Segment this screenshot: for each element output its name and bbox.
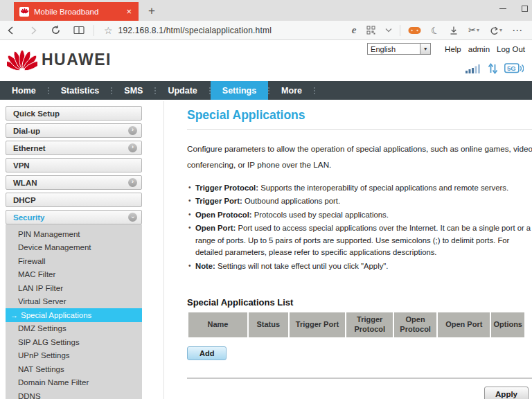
submenu-virtual-server[interactable]: Virtual Server	[6, 295, 142, 309]
nav-settings[interactable]: Settings	[211, 81, 268, 100]
submenu-ddns[interactable]: DDNS	[6, 389, 142, 399]
submenu-special-applications[interactable]: → Special Applications	[6, 308, 142, 322]
sidebar-item-vpn[interactable]: VPN	[6, 158, 142, 172]
bullet-open-port: Open Port: Port used to access special a…	[187, 222, 532, 259]
share-undo-icon[interactable]: ▾	[484, 26, 507, 35]
language-dropdown-icon[interactable]: ▼	[420, 44, 430, 54]
tab-close-icon[interactable]: ×	[125, 6, 133, 17]
bullet-trigger-port: Trigger Port: Outbound applications port…	[187, 195, 532, 208]
brand-logo: HUAWEI	[7, 46, 112, 73]
submenu-sip-alg-settings[interactable]: SIP ALG Settings	[6, 335, 142, 349]
chevron-right-icon: ›	[128, 143, 137, 152]
help-link[interactable]: Help	[445, 45, 461, 53]
browser-tab-strip: Mobile Broadband × +	[0, 0, 532, 21]
submenu-device-management[interactable]: Device Management	[6, 241, 142, 255]
chevron-right-icon: ›	[128, 126, 137, 135]
settings-sidebar: Quick Setup Dial-up › Ethernet › VPN WLA…	[6, 106, 142, 399]
bullet-trigger-protocol: Trigger Protocol: Supports the interoper…	[187, 182, 532, 195]
language-select[interactable]: English ▼	[367, 43, 431, 55]
col-open-port: Open Port	[438, 312, 490, 337]
sidebar-item-dial-up[interactable]: Dial-up ›	[6, 123, 142, 138]
huawei-favicon-icon	[19, 7, 29, 17]
submenu-domain-name-filter[interactable]: Domain Name Filter	[6, 376, 142, 390]
updown-traffic-icon	[488, 63, 498, 77]
apply-divider	[187, 378, 532, 379]
main-nav: Home Statistics SMS Update Settings More	[0, 81, 532, 100]
browser-tab[interactable]: Mobile Broadband ×	[14, 2, 139, 21]
submenu-dmz-settings[interactable]: DMZ Settings	[6, 322, 142, 336]
col-options: Options	[491, 312, 524, 337]
bullet-note: Note: Settings will not take effect unti…	[187, 260, 532, 273]
sidebar-item-ethernet[interactable]: Ethernet ›	[6, 141, 142, 155]
more-options-icon[interactable]: ⋯	[507, 24, 528, 37]
nav-update[interactable]: Update	[156, 81, 209, 100]
chevron-down-icon: ›	[128, 213, 137, 222]
signal-strength-icon	[466, 64, 481, 76]
submenu-lan-ip-filter[interactable]: LAN IP Filter	[6, 281, 142, 295]
bullet-list: Trigger Protocol: Supports the interoper…	[187, 182, 532, 273]
back-icon[interactable]	[0, 26, 22, 35]
refresh-icon[interactable]	[44, 25, 67, 35]
open-with-ie-icon[interactable]: e	[347, 24, 362, 36]
chevron-down-icon[interactable]	[380, 28, 397, 33]
col-open-protocol: Open Protocol	[394, 312, 436, 337]
url-text[interactable]: 192.168.8.1/html/specialapplication.html	[118, 26, 272, 35]
content-panel: Special Applications Configure parameter…	[163, 101, 532, 399]
qr-code-icon[interactable]	[362, 26, 380, 35]
huawei-logo-icon	[7, 46, 37, 73]
table-header-row: Name Status Trigger Port Trigger Protoco…	[188, 312, 524, 337]
logout-link[interactable]: Log Out	[497, 45, 525, 53]
list-title: Special Applications List	[187, 297, 532, 308]
page-title: Special Applications	[187, 108, 532, 130]
nav-statistics[interactable]: Statistics	[49, 81, 112, 100]
download-icon[interactable]	[444, 26, 463, 35]
new-tab-button[interactable]: +	[139, 4, 165, 21]
language-value: English	[371, 45, 396, 53]
sidebar-item-dhcp[interactable]: DHCP	[6, 193, 142, 207]
apply-button[interactable]: Apply	[484, 387, 529, 399]
games-extension-icon[interactable]	[403, 26, 426, 35]
col-name: Name	[188, 312, 247, 337]
bullet-open-protocol: Open Protocol: Protocols used by special…	[187, 209, 532, 222]
col-trigger-port: Trigger Port	[290, 312, 346, 337]
window-minimize-icon[interactable]	[499, 8, 506, 9]
tab-title: Mobile Broadband	[34, 8, 125, 16]
submenu-pin-management[interactable]: PIN Management	[6, 227, 142, 241]
security-submenu: PIN Management Device Management Firewal…	[6, 224, 142, 399]
dark-mode-moon-icon[interactable]: ☾	[426, 25, 445, 36]
nav-sms[interactable]: SMS	[112, 81, 154, 100]
window-maximize-icon[interactable]	[522, 6, 528, 12]
sidebar-item-wlan[interactable]: WLAN ›	[6, 175, 142, 190]
col-status: Status	[249, 312, 288, 337]
brand-name: HUAWEI	[42, 51, 112, 69]
special-applications-table: Name Status Trigger Port Trigger Protoco…	[187, 311, 526, 339]
add-button[interactable]: Add	[187, 346, 227, 360]
selected-arrow-icon: →	[10, 311, 18, 319]
address-bar[interactable]: ☆ 192.168.8.1/html/specialapplication.ht…	[97, 21, 347, 39]
toolbar-separator	[94, 25, 94, 36]
admin-link[interactable]: admin	[468, 45, 490, 53]
sidebar-item-security[interactable]: Security ›	[6, 210, 142, 224]
sidebar-item-quick-setup[interactable]: Quick Setup	[6, 106, 142, 121]
chevron-right-icon: ›	[128, 178, 137, 187]
submenu-nat-settings[interactable]: NAT Settings	[6, 362, 142, 376]
nav-home[interactable]: Home	[0, 81, 48, 100]
svg-text:5G: 5G	[507, 64, 516, 72]
web-clip-scissors-icon[interactable]: ✂▾	[463, 25, 484, 35]
submenu-upnp-settings[interactable]: UPnP Settings	[6, 349, 142, 363]
toolbar-separator	[400, 25, 400, 36]
nav-more[interactable]: More	[269, 81, 314, 100]
browser-toolbar: ☆ 192.168.8.1/html/specialapplication.ht…	[0, 21, 532, 40]
page-header: HUAWEI English ▼ Help admin Log Out	[0, 40, 532, 81]
forward-icon[interactable]	[22, 26, 44, 35]
col-trigger-protocol: Trigger Protocol	[346, 312, 393, 337]
intro-text: Configure parameters to allow the operat…	[187, 141, 532, 173]
nav-separator	[314, 87, 315, 94]
submenu-firewall[interactable]: Firewall	[6, 254, 142, 268]
reading-view-icon[interactable]	[67, 26, 91, 35]
network-mode-5g-icon: 5G	[504, 62, 524, 77]
submenu-mac-filter[interactable]: MAC Filter	[6, 268, 142, 282]
favorite-star-icon[interactable]: ☆	[97, 25, 118, 36]
